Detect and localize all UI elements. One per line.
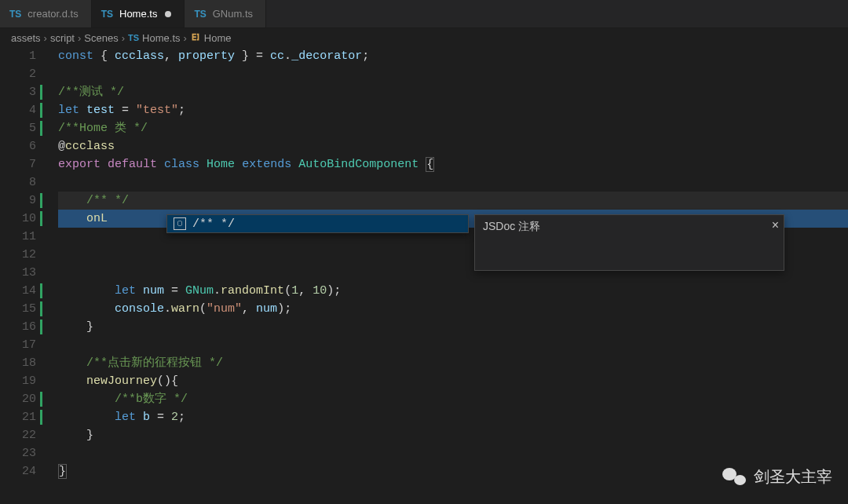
code-line — [58, 173, 848, 192]
tab-label: creator.d.ts — [27, 8, 78, 20]
breadcrumb-item[interactable]: assets — [11, 32, 41, 44]
line-number: 7 — [0, 155, 36, 173]
line-number: 17 — [0, 336, 36, 354]
line-number: 6 — [0, 137, 36, 155]
code-line: const { ccclass, property } = cc._decora… — [58, 47, 848, 65]
class-icon — [190, 31, 201, 45]
gutter: 1 2 3 4 5 6 7 8 9 10 11 12 13 14 15 16 1… — [0, 47, 50, 504]
chevron-right-icon: › — [44, 32, 47, 44]
line-number: 19 — [0, 372, 36, 390]
code-line: } — [58, 318, 848, 336]
code-line — [58, 444, 848, 462]
tab-home-ts[interactable]: TS Home.ts — [92, 0, 185, 27]
tab-label: Home.ts — [119, 8, 157, 20]
line-number: 2 — [0, 65, 36, 83]
tab-creator-dts[interactable]: TS creator.d.ts — [0, 0, 92, 27]
suggest-item[interactable]: ▢ /** */ — [167, 215, 468, 232]
line-number: 1 — [0, 47, 36, 65]
breadcrumb[interactable]: assets › script › Scenes › TS Home.ts › … — [0, 28, 848, 47]
watermark-text: 剑圣大主宰 — [754, 466, 832, 488]
code-line: newJourney(){ — [58, 372, 848, 390]
line-number: 14 — [0, 282, 36, 300]
doc-text: JSDoc 注释 — [483, 220, 540, 232]
breadcrumb-symbol[interactable]: Home — [204, 32, 232, 44]
code-line: let num = GNum.randomInt(1, 10); — [58, 282, 848, 300]
code-line: let test = "test"; — [58, 101, 848, 119]
tab-bar: TS creator.d.ts TS Home.ts TS GNum.ts — [0, 0, 848, 28]
code-line — [58, 65, 848, 83]
chevron-right-icon: › — [78, 32, 81, 44]
tab-label: GNum.ts — [213, 8, 253, 20]
code-line — [58, 336, 848, 354]
chevron-right-icon: › — [184, 32, 187, 44]
line-number: 4 — [0, 101, 36, 119]
code-line: /** */ — [58, 192, 848, 210]
suggest-doc-panel: JSDoc 注释 × — [474, 214, 784, 271]
line-number: 21 — [0, 408, 36, 426]
line-number: 15 — [0, 300, 36, 318]
breadcrumb-item[interactable]: script — [50, 32, 75, 44]
breadcrumb-file[interactable]: Home.ts — [142, 32, 180, 44]
editor[interactable]: 1 2 3 4 5 6 7 8 9 10 11 12 13 14 15 16 1… — [0, 47, 848, 504]
line-number: 20 — [0, 390, 36, 408]
code-line: /**Home 类 */ — [58, 119, 848, 137]
line-number: 18 — [0, 354, 36, 372]
line-number: 12 — [0, 246, 36, 264]
code-line: @ccclass — [58, 137, 848, 155]
suggest-item-label: /** */ — [192, 217, 235, 231]
ts-icon: TS — [9, 9, 21, 20]
ts-icon: TS — [101, 9, 113, 20]
wechat-icon — [722, 465, 746, 488]
line-number: 24 — [0, 462, 36, 480]
watermark: 剑圣大主宰 — [722, 465, 832, 488]
close-icon[interactable]: × — [772, 218, 779, 232]
line-number: 10 — [0, 210, 36, 228]
breadcrumb-item[interactable]: Scenes — [84, 32, 118, 44]
line-number: 22 — [0, 426, 36, 444]
line-number: 8 — [0, 173, 36, 192]
code-line: /**b数字 */ — [58, 390, 848, 408]
line-number: 9 — [0, 192, 36, 210]
code-line: /**点击新的征程按钮 */ — [58, 354, 848, 372]
code-line: /**测试 */ — [58, 83, 848, 101]
suggest-widget[interactable]: ▢ /** */ — [166, 214, 469, 233]
line-number: 13 — [0, 264, 36, 282]
code-line: } — [58, 426, 848, 444]
code-line: export default class Home extends AutoBi… — [58, 155, 848, 173]
ts-icon: TS — [194, 9, 206, 20]
chevron-right-icon: › — [122, 32, 125, 44]
code-line: let b = 2; — [58, 408, 848, 426]
line-number: 23 — [0, 444, 36, 462]
ts-icon: TS — [128, 33, 139, 42]
tab-gnum-ts[interactable]: TS GNum.ts — [185, 0, 266, 27]
code-area[interactable]: const { ccclass, property } = cc._decora… — [50, 47, 848, 504]
line-number: 5 — [0, 119, 36, 137]
line-number: 3 — [0, 83, 36, 101]
line-number: 11 — [0, 228, 36, 246]
line-number: 16 — [0, 318, 36, 336]
code-line: console.warn("num", num); — [58, 300, 848, 318]
snippet-icon: ▢ — [174, 217, 186, 230]
dirty-indicator-icon — [165, 11, 171, 17]
